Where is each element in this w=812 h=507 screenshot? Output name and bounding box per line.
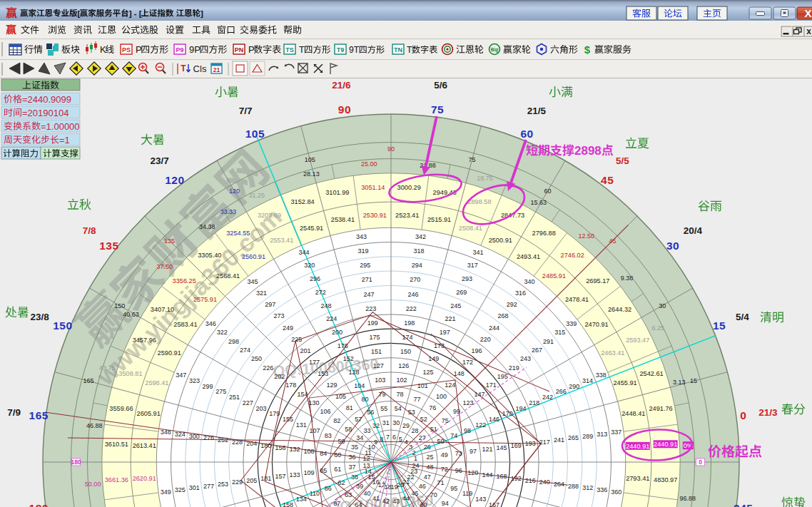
svg-text:P: P [136,44,142,55]
svg-text:177: 177 [309,359,320,366]
svg-text:121: 121 [482,446,492,453]
svg-text:9.38: 9.38 [621,275,634,282]
svg-text:3: 3 [409,444,412,451]
svg-text:243: 243 [520,355,531,362]
svg-text:143: 143 [475,496,486,503]
svg-text:296: 296 [310,275,320,282]
svg-text:55: 55 [380,405,387,412]
svg-text:2542.61: 2542.61 [639,370,663,377]
svg-text:109: 109 [304,469,315,476]
svg-text:336: 336 [597,486,607,493]
svg-text:74: 74 [450,432,457,439]
svg-text:78: 78 [396,391,403,398]
svg-text:252: 252 [218,436,228,444]
svg-text:5: 5 [399,436,402,443]
svg-text:2470.91: 2470.91 [584,321,608,328]
svg-text:2590.91: 2590.91 [158,349,181,357]
svg-text:349: 349 [161,488,171,496]
svg-text:277: 277 [203,483,214,490]
svg-text:X: X [804,7,811,19]
svg-text:195: 195 [497,373,508,380]
svg-text:4830.97: 4830.97 [654,476,677,483]
svg-text:269: 269 [456,289,467,296]
svg-text:43.75: 43.75 [99,364,116,372]
svg-text:242: 242 [542,394,553,401]
svg-text:T: T [407,45,412,55]
svg-text:34.38: 34.38 [199,223,215,230]
svg-text:271: 271 [362,276,372,283]
svg-text:28.13: 28.13 [303,170,320,178]
svg-text:2523.41: 2523.41 [395,212,419,219]
svg-text:312: 312 [582,484,593,491]
svg-text:346: 346 [205,320,216,327]
svg-text:50: 50 [437,438,445,445]
svg-text:150: 150 [53,319,72,332]
svg-text:=1.00000: =1.00000 [41,121,80,132]
svg-text:342: 342 [415,233,426,240]
svg-text:PS: PS [122,46,131,53]
svg-text:313: 313 [597,431,607,438]
svg-text:193: 193 [525,440,536,447]
svg-text:181: 181 [260,475,271,482]
svg-text:2463.41: 2463.41 [601,349,624,357]
svg-text:Cls: Cls [193,63,207,74]
svg-text:47: 47 [424,473,431,481]
svg-text:100: 100 [436,393,447,400]
svg-text:43: 43 [392,498,400,505]
svg-text:124: 124 [445,381,455,389]
svg-text:120: 120 [229,188,240,195]
svg-text:170: 170 [502,410,513,417]
svg-text:2553.41: 2553.41 [270,237,293,244]
svg-text:202: 202 [274,373,285,380]
svg-text:2491.76: 2491.76 [649,405,672,412]
svg-text:34: 34 [356,434,363,441]
svg-text:322: 322 [217,329,228,336]
svg-text:] - [: ] - [ [129,9,142,18]
svg-text:223: 223 [365,305,376,312]
svg-text:60: 60 [334,451,341,459]
svg-text:144: 144 [482,471,492,478]
svg-text:270: 270 [410,276,420,283]
svg-text:x: x [806,26,811,36]
svg-text:3356.25: 3356.25 [173,277,196,285]
svg-text:25: 25 [427,454,434,461]
svg-text:90: 90 [387,145,395,153]
svg-text:126: 126 [398,362,409,369]
svg-text:120: 120 [467,469,478,476]
svg-text:217: 217 [539,439,550,446]
svg-text:3305.40: 3305.40 [198,252,221,259]
svg-text:275: 275 [215,388,226,395]
svg-text:3457.96: 3457.96 [133,337,156,344]
svg-text:57: 57 [355,416,362,423]
svg-text:]: ] [201,9,203,18]
svg-text:325: 325 [175,486,186,493]
svg-text:101: 101 [417,382,428,389]
svg-text:72: 72 [441,466,448,473]
svg-text:249: 249 [283,324,293,332]
svg-text:131: 131 [296,421,307,429]
svg-text:345: 345 [734,502,753,507]
svg-text:46.88: 46.88 [86,422,103,429]
svg-text:40.63: 40.63 [123,311,139,318]
svg-text:86: 86 [325,485,332,492]
svg-text:145: 145 [497,444,507,451]
svg-text:293: 293 [462,275,472,282]
svg-text:7/9: 7/9 [7,407,21,418]
svg-text:165: 165 [83,377,93,384]
svg-text:153: 153 [318,370,328,377]
svg-text:81: 81 [346,404,353,411]
svg-text:18.75: 18.75 [477,175,493,182]
svg-text:44: 44 [402,495,410,502]
svg-text:221: 221 [445,315,456,322]
svg-text:152: 152 [343,355,354,362]
svg-text:226: 226 [263,364,273,372]
svg-text:9T: 9T [349,45,360,55]
svg-text:8: 8 [380,436,383,443]
svg-text:171: 171 [486,381,497,389]
svg-text:158: 158 [283,501,293,507]
svg-text:119: 119 [462,490,472,497]
svg-text:2605.91: 2605.91 [137,410,161,417]
svg-text:2: 2 [412,449,416,456]
svg-text:2530.91: 2530.91 [363,212,387,219]
svg-text:316: 316 [515,290,526,297]
